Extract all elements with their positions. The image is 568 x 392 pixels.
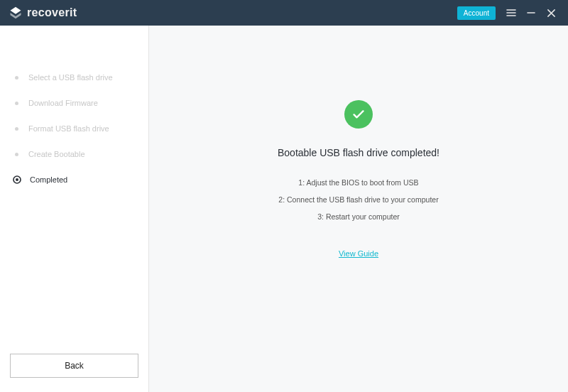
account-button[interactable]: Account <box>457 6 496 20</box>
svg-point-1 <box>16 178 18 181</box>
instruction-item: 3: Restart your computer <box>317 212 400 221</box>
sidebar: Select a USB flash drive Download Firmwa… <box>0 26 149 392</box>
step-completed: Completed <box>13 167 138 192</box>
instructions-list: 1: Adjust the BIOS to boot from USB 2: C… <box>278 178 438 221</box>
success-check-icon <box>344 100 373 129</box>
instruction-item: 1: Adjust the BIOS to boot from USB <box>298 178 418 187</box>
step-label: Select a USB flash drive <box>28 73 113 82</box>
step-select-usb: Select a USB flash drive <box>13 65 138 90</box>
app-name: recoverit <box>27 6 77 19</box>
steps-list: Select a USB flash drive Download Firmwa… <box>0 65 148 354</box>
view-guide-link[interactable]: View Guide <box>339 249 378 258</box>
recoverit-logo-icon <box>9 6 23 20</box>
step-bullet-icon <box>13 99 20 107</box>
main-panel: Bootable USB flash drive completed! 1: A… <box>149 26 568 392</box>
step-bullet-icon <box>13 74 20 81</box>
step-active-icon <box>13 175 21 184</box>
content-area: Select a USB flash drive Download Firmwa… <box>0 26 568 392</box>
minimize-icon[interactable] <box>521 3 541 23</box>
step-label: Format USB flash drive <box>28 124 109 133</box>
step-label: Create Bootable <box>28 150 85 158</box>
app-logo: recoverit <box>9 6 77 20</box>
step-label: Download Firmware <box>28 99 98 107</box>
instruction-item: 2: Connect the USB flash drive to your c… <box>278 195 438 204</box>
step-format-usb: Format USB flash drive <box>13 116 138 141</box>
step-label: Completed <box>30 175 67 184</box>
titlebar: recoverit Account <box>0 0 568 26</box>
back-button[interactable]: Back <box>10 354 138 378</box>
step-download-firmware: Download Firmware <box>13 90 138 116</box>
step-create-bootable: Create Bootable <box>13 141 138 167</box>
close-icon[interactable] <box>541 3 561 23</box>
menu-icon[interactable] <box>501 3 521 23</box>
app-window: recoverit Account Select a USB flash dri… <box>0 0 568 392</box>
completed-title: Bootable USB flash drive completed! <box>278 147 439 158</box>
step-bullet-icon <box>13 151 20 158</box>
step-bullet-icon <box>13 125 20 132</box>
